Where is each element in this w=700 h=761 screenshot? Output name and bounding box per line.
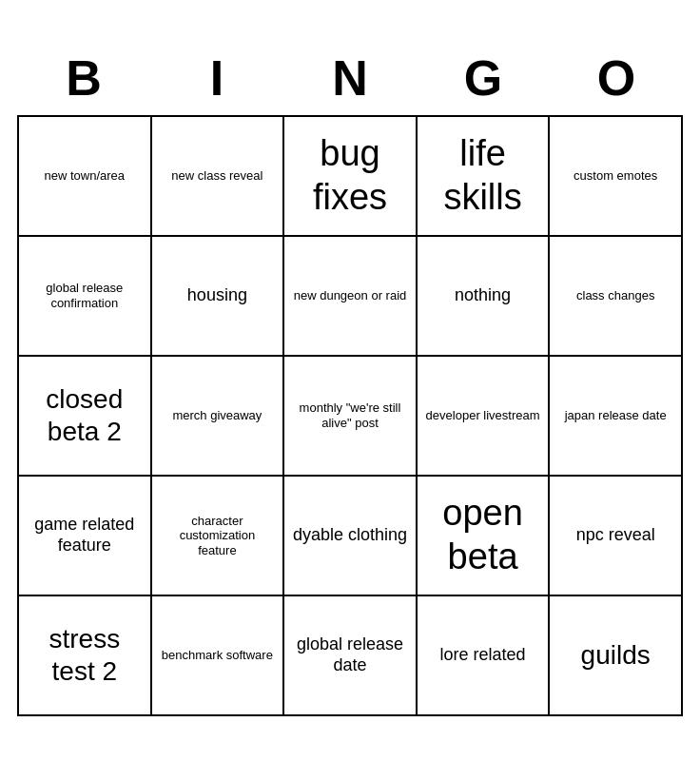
bingo-grid: new town/areanew class revealbug fixesli…: [17, 115, 683, 716]
bingo-cell: life skills: [418, 117, 551, 237]
cell-text: closed beta 2: [27, 383, 143, 447]
cell-text: developer livestream: [426, 408, 540, 423]
bingo-cell: class changes: [550, 237, 683, 357]
cell-text: bug fixes: [292, 132, 408, 219]
bingo-cell: npc reveal: [550, 477, 683, 596]
bingo-cell: japan release date: [550, 357, 683, 477]
cell-text: japan release date: [565, 408, 667, 423]
bingo-cell: new dungeon or raid: [284, 237, 418, 357]
header-letter: G: [417, 45, 550, 111]
cell-text: game related feature: [27, 515, 143, 556]
bingo-cell: guilds: [550, 596, 683, 716]
cell-text: guilds: [581, 639, 651, 672]
cell-text: open beta: [425, 492, 541, 578]
bingo-cell: lore related: [418, 596, 551, 716]
bingo-cell: custom emotes: [550, 117, 683, 237]
header-letter: O: [550, 45, 683, 111]
cell-text: global release confirmation: [27, 281, 143, 310]
bingo-cell: open beta: [418, 477, 551, 596]
bingo-cell: dyable clothing: [284, 477, 418, 596]
cell-text: benchmark software: [162, 648, 273, 663]
bingo-cell: housing: [152, 237, 285, 357]
cell-text: new town/area: [45, 168, 126, 184]
bingo-cell: game related feature: [19, 477, 152, 596]
header-letter: N: [283, 45, 417, 111]
bingo-cell: new town/area: [19, 117, 152, 237]
cell-text: nothing: [455, 285, 511, 306]
cell-text: new class reveal: [171, 168, 262, 184]
bingo-cell: monthly "we're still alive" post: [284, 357, 418, 477]
cell-text: dyable clothing: [293, 525, 407, 546]
bingo-cell: closed beta 2: [19, 357, 152, 477]
bingo-cell: developer livestream: [418, 357, 551, 477]
header-letter: I: [150, 45, 283, 111]
cell-text: global release date: [292, 634, 408, 675]
bingo-cell: new class reveal: [152, 117, 285, 237]
cell-text: new dungeon or raid: [294, 288, 407, 303]
bingo-cell: global release confirmation: [19, 237, 152, 357]
bingo-cell: merch giveaway: [152, 357, 285, 477]
bingo-header: BINGO: [17, 45, 683, 111]
bingo-cell: global release date: [284, 596, 418, 716]
cell-text: stress test 2: [27, 623, 143, 687]
bingo-container: BINGO new town/areanew class revealbug f…: [8, 35, 692, 726]
cell-text: lore related: [440, 645, 526, 666]
cell-text: monthly "we're still alive" post: [292, 400, 408, 430]
cell-text: merch giveaway: [172, 408, 262, 423]
bingo-cell: character customization feature: [152, 477, 285, 596]
bingo-cell: benchmark software: [152, 596, 285, 716]
cell-text: housing: [187, 285, 247, 306]
cell-text: npc reveal: [576, 525, 655, 546]
cell-text: life skills: [425, 132, 541, 219]
cell-text: character customization feature: [160, 514, 276, 558]
header-letter: B: [17, 45, 150, 111]
bingo-cell: bug fixes: [284, 117, 418, 237]
bingo-cell: stress test 2: [19, 596, 152, 716]
bingo-cell: nothing: [418, 237, 551, 357]
cell-text: custom emotes: [574, 168, 657, 184]
cell-text: class changes: [576, 288, 654, 303]
